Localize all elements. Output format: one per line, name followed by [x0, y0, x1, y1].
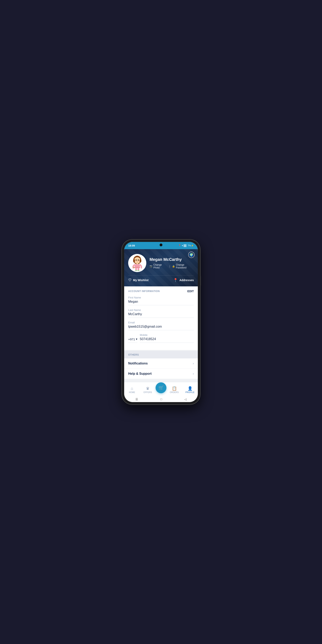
others-title: OTHERS: [128, 354, 139, 356]
orders-icon: 📋: [172, 386, 177, 391]
mobile-field-group: +971 ▾ Mobile 507418524: [128, 334, 194, 343]
svg-point-10: [138, 261, 140, 262]
cart-fab-button[interactable]: 🛒: [156, 382, 166, 393]
svg-point-9: [135, 261, 136, 262]
svg-point-6: [136, 260, 137, 260]
profile-label: PROFILE: [186, 391, 194, 394]
svg-point-4: [136, 260, 137, 260]
dropdown-arrow: ▾: [136, 337, 138, 341]
camera-notch: [160, 244, 162, 246]
svg-point-7: [138, 260, 139, 260]
location-icon: 📍: [178, 244, 181, 247]
email-field-group: Email tpweb1515@gmail.com: [128, 321, 194, 330]
last-name-field-group: Last Name McCarthy: [128, 308, 194, 318]
first-name-field-group: First Name Megan: [128, 296, 194, 305]
android-nav-bar: ☰ □ ◁: [124, 396, 198, 402]
status-icons: 📍 ▾ ▌▌ 7%⚡: [178, 244, 194, 247]
mobile-label: Mobile: [140, 334, 194, 336]
svg-point-1: [134, 257, 140, 264]
wishlist-addresses-row: ♡ My Wishlist 📍 Addresses: [128, 275, 194, 282]
svg-point-16: [135, 270, 137, 271]
nav-orders[interactable]: 📋 ORDERS: [166, 386, 182, 394]
phone-screen: 18:09 📍 ▾ ▌▌ 7%⚡ 🌍: [124, 242, 198, 402]
notifications-chevron-icon: ›: [193, 362, 194, 365]
wifi-icon: ▾: [182, 244, 183, 247]
last-name-value: McCarthy: [128, 312, 194, 318]
home-icon: ⌂: [131, 386, 133, 391]
pin-icon: 📍: [173, 278, 178, 282]
country-code-selector[interactable]: +971 ▾: [128, 337, 138, 343]
first-name-label: First Name: [128, 296, 194, 299]
email-label: Email: [128, 321, 194, 324]
phone-frame: 18:09 📍 ▾ ▌▌ 7%⚡ 🌍: [122, 240, 200, 404]
camera-icon: 📷: [150, 265, 152, 268]
profile-icon: 👤: [188, 386, 192, 391]
signal-icon: ▌▌: [184, 244, 187, 247]
mobile-field: Mobile 507418524: [140, 334, 194, 343]
others-header: OTHERS: [124, 351, 198, 358]
svg-point-5: [138, 260, 139, 260]
main-content: ACCOUNT INFORMATION EDIT First Name Mega…: [124, 286, 198, 382]
notifications-menu-item[interactable]: Notifications ›: [124, 358, 198, 369]
mobile-value: 507418524: [140, 337, 194, 343]
first-name-value: Megan: [128, 300, 194, 305]
wishlist-button[interactable]: ♡ My Wishlist: [128, 278, 148, 282]
mobile-row: +971 ▾ Mobile 507418524: [128, 334, 194, 343]
svg-point-3: [140, 259, 142, 263]
cart-icon: 🛒: [158, 385, 164, 390]
orders-label: ORDERS: [170, 391, 179, 394]
profile-actions: 📷 Change Photo | 🔒 Change Password: [150, 264, 194, 269]
profile-header: 🌍: [124, 249, 198, 286]
android-home-btn[interactable]: □: [160, 398, 162, 401]
change-photo-button[interactable]: 📷 Change Photo: [150, 264, 168, 269]
others-section: OTHERS Notifications › Help & Support ›: [124, 351, 198, 379]
account-info-section: ACCOUNT INFORMATION EDIT First Name Mega…: [124, 286, 198, 350]
account-info-header: ACCOUNT INFORMATION EDIT: [128, 290, 194, 293]
bottom-nav: ⌂ HOME ♛ OFFERS 🛒 📋 ORDERS 👤 PROFILE: [124, 382, 198, 396]
edit-button[interactable]: EDIT: [187, 290, 194, 293]
offers-label: OFFERS: [144, 391, 152, 394]
avatar: [128, 254, 146, 272]
help-support-label: Help & Support: [128, 372, 152, 376]
svg-point-2: [133, 259, 135, 263]
pipe-divider: |: [170, 265, 170, 268]
status-time: 18:09: [128, 244, 135, 247]
account-info-title: ACCOUNT INFORMATION: [128, 290, 160, 292]
email-value: tpweb1515@gmail.com: [128, 325, 194, 330]
nav-offers[interactable]: ♛ OFFERS: [140, 386, 156, 394]
svg-point-8: [137, 260, 138, 261]
android-back-btn[interactable]: ◁: [184, 398, 186, 401]
side-button: [200, 276, 201, 286]
profile-name: Megan McCarthy: [150, 257, 194, 262]
help-support-menu-item[interactable]: Help & Support ›: [124, 369, 198, 379]
svg-rect-18: [133, 267, 135, 268]
profile-info-row: Megan McCarthy 📷 Change Photo | 🔒 Change…: [128, 254, 194, 272]
last-name-label: Last Name: [128, 308, 194, 312]
notifications-label: Notifications: [128, 362, 148, 365]
nav-home[interactable]: ⌂ HOME: [124, 386, 140, 394]
battery-icon: 7%⚡: [188, 244, 194, 247]
change-password-button[interactable]: 🔒 Change Password: [172, 264, 194, 269]
lock-icon: 🔒: [172, 265, 175, 268]
offers-icon: ♛: [146, 386, 150, 391]
svg-point-17: [137, 270, 140, 271]
home-label: HOME: [129, 391, 135, 394]
android-menu-btn[interactable]: ☰: [136, 398, 138, 401]
profile-text: Megan McCarthy 📷 Change Photo | 🔒 Change…: [150, 257, 194, 269]
help-support-chevron-icon: ›: [193, 372, 194, 376]
heart-icon: ♡: [128, 278, 132, 282]
nav-profile[interactable]: 👤 PROFILE: [182, 386, 198, 394]
addresses-button[interactable]: 📍 Addresses: [173, 278, 194, 282]
svg-rect-13: [135, 267, 140, 268]
